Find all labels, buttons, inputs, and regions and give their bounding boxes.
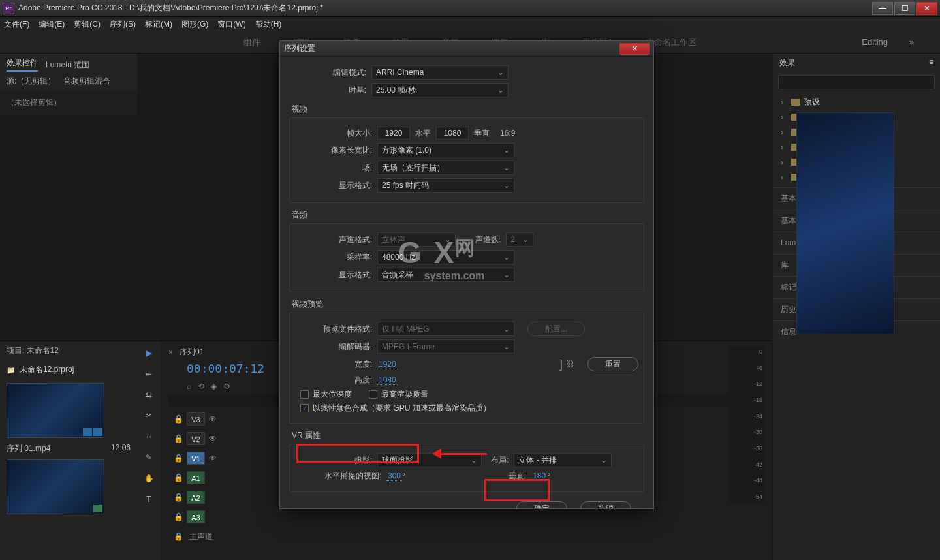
chevron-down-icon: ⌄ — [522, 235, 529, 244]
window-maximize-button[interactable]: ☐ — [894, 2, 915, 15]
max-render-quality-checkbox[interactable] — [369, 390, 377, 399]
horizontal-label: 水平 — [415, 128, 431, 139]
no-clip-label: （未选择剪辑） — [7, 98, 61, 107]
razor-tool[interactable]: ✂ — [142, 409, 155, 422]
layout-select[interactable]: 立体 - 并排⌄ — [514, 453, 612, 467]
chevron-down-icon: ⌄ — [497, 68, 504, 77]
effects-presets[interactable]: ›预设 — [778, 95, 935, 110]
effects-search-input[interactable] — [778, 75, 935, 89]
lock-icon[interactable]: 🔒 — [174, 454, 183, 463]
selection-tool[interactable]: ▶ — [142, 347, 155, 360]
clip-row[interactable]: 序列 01.mp4 12:06 — [0, 442, 137, 456]
tab-source[interactable]: 源:（无剪辑） — [7, 76, 55, 87]
chevron-down-icon: ⌄ — [503, 342, 510, 351]
preview-file-format-label: 预览文件格式: — [295, 324, 377, 335]
frame-height-input[interactable] — [436, 127, 469, 140]
chevron-down-icon: ⌄ — [503, 324, 510, 334]
annotation-arrow — [435, 453, 487, 455]
menu-window[interactable]: 窗口(W) — [217, 19, 245, 30]
vertical-capture-value[interactable]: 180 — [531, 471, 547, 481]
aspect-label: 16:9 — [500, 129, 515, 138]
pen-tool[interactable]: ✎ — [142, 451, 155, 464]
menu-sequence[interactable]: 序列(S) — [110, 19, 136, 30]
eye-icon[interactable]: 👁 — [209, 414, 218, 424]
dialog-titlebar[interactable]: 序列设置 ✕ — [280, 41, 653, 57]
lock-icon[interactable]: 🔒 — [174, 434, 183, 443]
lock-icon[interactable]: 🔒 — [174, 532, 183, 541]
marker-icon[interactable]: ◈ — [211, 382, 217, 391]
max-bit-depth-checkbox[interactable] — [300, 390, 309, 399]
par-select[interactable]: 方形像素 (1.0)⌄ — [377, 143, 514, 157]
hand-tool[interactable]: ✋ — [142, 472, 155, 485]
tab-audio-clip-mixer[interactable]: 音频剪辑混合 — [63, 76, 110, 87]
chevron-down-icon: ⌄ — [503, 253, 510, 262]
workspace-overflow[interactable]: » — [909, 37, 914, 47]
tab-lumetri-scopes[interactable]: Lumetri 范围 — [46, 59, 89, 70]
menu-graphics[interactable]: 图形(G) — [181, 19, 208, 30]
workspace-assembly[interactable]: 组件 — [243, 37, 260, 48]
menu-markers[interactable]: 标记(M) — [145, 19, 172, 30]
preview-height-label: 高度: — [295, 375, 377, 386]
linked-selection-icon[interactable]: ⟲ — [198, 382, 204, 391]
degree-label: ° — [402, 472, 405, 481]
link-icon[interactable]: ] — [559, 358, 563, 371]
ripple-edit-tool[interactable]: ⇆ — [142, 388, 155, 401]
tab-effect-controls[interactable]: 效果控件 — [7, 57, 38, 72]
preview-height-value[interactable]: 1080 — [377, 375, 398, 385]
editing-mode-select[interactable]: ARRI Cinema⌄ — [371, 65, 509, 80]
linear-color-checkbox[interactable] — [300, 404, 309, 412]
channel-format-select: 立体声⌄ — [377, 232, 456, 247]
ok-button[interactable]: 确定 — [516, 501, 567, 508]
settings-icon[interactable]: ⚙ — [223, 382, 230, 391]
track-master[interactable]: 🔒主声道 — [168, 528, 764, 545]
lock-icon[interactable]: 🔒 — [174, 473, 183, 482]
lock-icon[interactable]: 🔒 — [174, 512, 183, 521]
sequence-thumbnail[interactable] — [7, 459, 104, 514]
fields-select[interactable]: 无场（逐行扫描）⌄ — [377, 161, 514, 175]
max-bit-depth-label: 最大位深度 — [313, 389, 352, 400]
menu-clip[interactable]: 剪辑(C) — [74, 19, 101, 30]
dialog-close-button[interactable]: ✕ — [619, 43, 650, 55]
program-monitor — [796, 112, 894, 334]
menu-file[interactable]: 文件(F) — [4, 19, 29, 30]
track-a3[interactable]: 🔒A3 — [168, 508, 764, 525]
lock-icon[interactable]: 🔒 — [174, 414, 183, 424]
frame-width-input[interactable] — [377, 127, 410, 140]
channel-count-select: 2⌄ — [506, 232, 533, 247]
project-panel-title: 项目: 未命名12 — [0, 341, 137, 360]
eye-icon[interactable]: 👁 — [209, 434, 218, 443]
lock-icon[interactable]: 🔒 — [174, 493, 183, 502]
preview-width-value[interactable]: 1920 — [377, 360, 398, 369]
sequence-settings-dialog: 序列设置 ✕ 编辑模式: ARRI Cinema⌄ 时基: 25.00 帧/秒⌄… — [279, 40, 654, 509]
preview-width-label: 宽度: — [295, 359, 377, 370]
link-chain-icon[interactable]: ⛓ — [567, 360, 574, 369]
type-tool[interactable]: T — [142, 493, 155, 506]
video-display-format-select[interactable]: 25 fps 时间码⌄ — [377, 178, 514, 193]
fields-label: 场: — [295, 163, 377, 174]
horizontal-capture-label: 水平捕捉的视图: — [295, 471, 386, 482]
snap-icon[interactable]: ⌕ — [187, 382, 191, 391]
reset-button[interactable]: 重置 — [588, 357, 638, 371]
projection-label: 投影: — [295, 455, 377, 466]
timebase-select[interactable]: 25.00 帧/秒⌄ — [371, 83, 509, 97]
cancel-button[interactable]: 取消 — [580, 501, 631, 508]
chevron-down-icon: ⌄ — [503, 270, 510, 279]
channel-format-label: 声道格式: — [295, 234, 377, 245]
audio-display-format-select[interactable]: 音频采样⌄ — [377, 268, 514, 282]
timeline-tab[interactable]: 序列01 — [180, 347, 204, 358]
effect-controls-body: （未选择剪辑） — [0, 91, 137, 115]
project-file[interactable]: 未命名12.prproj — [0, 360, 137, 379]
sample-rate-select[interactable]: 48000 Hz⌄ — [377, 250, 514, 264]
track-select-tool[interactable]: ⇤ — [142, 367, 155, 381]
window-minimize-button[interactable]: — — [872, 2, 893, 15]
window-close-button[interactable]: ✕ — [916, 2, 937, 15]
clip-thumbnail[interactable] — [7, 383, 104, 438]
eye-icon[interactable]: 👁 — [209, 454, 218, 463]
slip-tool[interactable]: ↔ — [142, 430, 155, 443]
timeline-tab-close[interactable]: × — [168, 348, 173, 357]
horizontal-capture-value[interactable]: 300 — [386, 471, 402, 481]
workspace-editing[interactable]: Editing — [862, 37, 888, 47]
panel-menu-icon[interactable]: ≡ — [929, 57, 933, 69]
menu-edit[interactable]: 编辑(E) — [39, 19, 65, 30]
menu-help[interactable]: 帮助(H) — [255, 19, 282, 30]
